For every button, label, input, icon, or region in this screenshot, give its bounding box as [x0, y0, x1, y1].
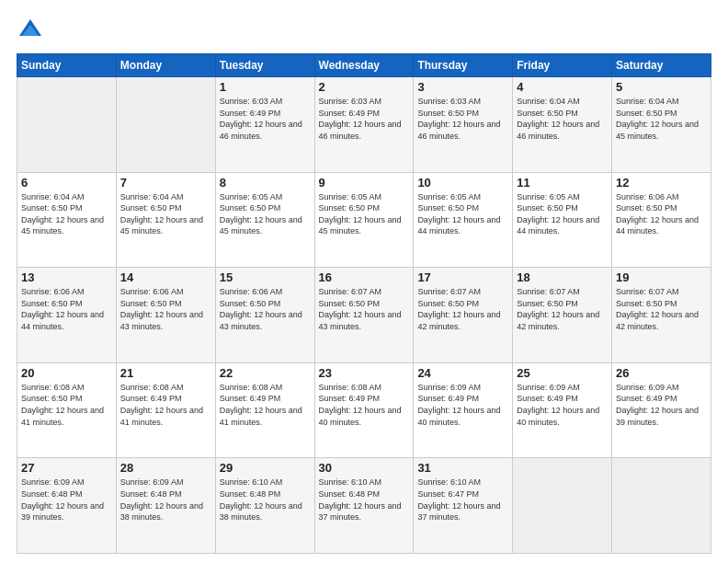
day-info: Sunrise: 6:10 AM Sunset: 6:48 PM Dayligh… — [220, 477, 311, 523]
calendar-cell: 9Sunrise: 6:05 AM Sunset: 6:50 PM Daylig… — [314, 172, 414, 268]
day-number: 11 — [517, 176, 608, 190]
day-info: Sunrise: 6:08 AM Sunset: 6:50 PM Dayligh… — [21, 382, 112, 428]
calendar-cell: 25Sunrise: 6:09 AM Sunset: 6:49 PM Dayli… — [513, 362, 612, 458]
weekday-header-monday: Monday — [116, 54, 215, 77]
calendar-cell: 26Sunrise: 6:09 AM Sunset: 6:49 PM Dayli… — [612, 362, 711, 458]
calendar-week-3: 13Sunrise: 6:06 AM Sunset: 6:50 PM Dayli… — [17, 268, 711, 363]
day-number: 30 — [319, 461, 410, 475]
day-info: Sunrise: 6:06 AM Sunset: 6:50 PM Dayligh… — [120, 286, 211, 332]
day-number: 31 — [417, 461, 508, 475]
calendar-cell — [612, 458, 711, 554]
day-info: Sunrise: 6:03 AM Sunset: 6:49 PM Dayligh… — [319, 96, 410, 142]
calendar-week-2: 6Sunrise: 6:04 AM Sunset: 6:50 PM Daylig… — [17, 172, 711, 268]
day-info: Sunrise: 6:09 AM Sunset: 6:49 PM Dayligh… — [417, 382, 508, 428]
calendar-cell: 11Sunrise: 6:05 AM Sunset: 6:50 PM Dayli… — [513, 172, 612, 268]
day-info: Sunrise: 6:08 AM Sunset: 6:49 PM Dayligh… — [220, 382, 311, 428]
day-number: 22 — [220, 366, 311, 380]
calendar-cell: 28Sunrise: 6:09 AM Sunset: 6:48 PM Dayli… — [116, 458, 215, 554]
calendar-cell: 29Sunrise: 6:10 AM Sunset: 6:48 PM Dayli… — [215, 458, 314, 554]
calendar-cell: 14Sunrise: 6:06 AM Sunset: 6:50 PM Dayli… — [116, 268, 215, 363]
calendar-cell: 13Sunrise: 6:06 AM Sunset: 6:50 PM Dayli… — [17, 268, 117, 363]
day-number: 14 — [120, 270, 211, 284]
calendar: SundayMondayTuesdayWednesdayThursdayFrid… — [17, 53, 711, 554]
calendar-cell: 12Sunrise: 6:06 AM Sunset: 6:50 PM Dayli… — [612, 172, 711, 268]
day-number: 19 — [616, 270, 707, 284]
day-info: Sunrise: 6:09 AM Sunset: 6:49 PM Dayligh… — [616, 382, 707, 428]
day-number: 13 — [21, 270, 112, 284]
calendar-cell: 7Sunrise: 6:04 AM Sunset: 6:50 PM Daylig… — [116, 172, 215, 268]
day-info: Sunrise: 6:07 AM Sunset: 6:50 PM Dayligh… — [417, 286, 508, 332]
day-number: 4 — [517, 80, 608, 94]
day-number: 7 — [120, 176, 211, 190]
day-info: Sunrise: 6:10 AM Sunset: 6:47 PM Dayligh… — [417, 477, 508, 523]
weekday-header-thursday: Thursday — [414, 54, 513, 77]
calendar-body: 1Sunrise: 6:03 AM Sunset: 6:49 PM Daylig… — [17, 77, 711, 554]
day-info: Sunrise: 6:07 AM Sunset: 6:50 PM Dayligh… — [517, 286, 608, 332]
day-number: 20 — [21, 366, 112, 380]
calendar-cell — [17, 77, 117, 173]
calendar-week-5: 27Sunrise: 6:09 AM Sunset: 6:48 PM Dayli… — [17, 458, 711, 554]
day-number: 16 — [319, 270, 410, 284]
day-info: Sunrise: 6:07 AM Sunset: 6:50 PM Dayligh… — [616, 286, 707, 332]
calendar-cell: 22Sunrise: 6:08 AM Sunset: 6:49 PM Dayli… — [215, 362, 314, 458]
weekday-header-sunday: Sunday — [17, 54, 117, 77]
calendar-cell: 23Sunrise: 6:08 AM Sunset: 6:49 PM Dayli… — [314, 362, 414, 458]
day-info: Sunrise: 6:05 AM Sunset: 6:50 PM Dayligh… — [517, 191, 608, 237]
day-info: Sunrise: 6:07 AM Sunset: 6:50 PM Dayligh… — [319, 286, 410, 332]
calendar-cell: 15Sunrise: 6:06 AM Sunset: 6:50 PM Dayli… — [215, 268, 314, 363]
day-number: 15 — [220, 270, 311, 284]
day-info: Sunrise: 6:10 AM Sunset: 6:48 PM Dayligh… — [319, 477, 410, 523]
page: SundayMondayTuesdayWednesdayThursdayFrid… — [0, 0, 728, 563]
day-info: Sunrise: 6:09 AM Sunset: 6:48 PM Dayligh… — [120, 477, 211, 523]
day-number: 25 — [517, 366, 608, 380]
calendar-cell — [116, 77, 215, 173]
day-info: Sunrise: 6:04 AM Sunset: 6:50 PM Dayligh… — [517, 96, 608, 142]
day-number: 10 — [417, 176, 508, 190]
calendar-cell: 20Sunrise: 6:08 AM Sunset: 6:50 PM Dayli… — [17, 362, 117, 458]
calendar-cell: 4Sunrise: 6:04 AM Sunset: 6:50 PM Daylig… — [513, 77, 612, 173]
day-info: Sunrise: 6:06 AM Sunset: 6:50 PM Dayligh… — [220, 286, 311, 332]
day-info: Sunrise: 6:08 AM Sunset: 6:49 PM Dayligh… — [319, 382, 410, 428]
calendar-cell: 8Sunrise: 6:05 AM Sunset: 6:50 PM Daylig… — [215, 172, 314, 268]
day-info: Sunrise: 6:04 AM Sunset: 6:50 PM Dayligh… — [21, 191, 112, 237]
day-info: Sunrise: 6:09 AM Sunset: 6:49 PM Dayligh… — [517, 382, 608, 428]
day-number: 17 — [417, 270, 508, 284]
day-number: 12 — [616, 176, 707, 190]
calendar-cell: 17Sunrise: 6:07 AM Sunset: 6:50 PM Dayli… — [414, 268, 513, 363]
logo-icon — [17, 17, 44, 44]
weekday-header-wednesday: Wednesday — [314, 54, 414, 77]
calendar-cell: 21Sunrise: 6:08 AM Sunset: 6:49 PM Dayli… — [116, 362, 215, 458]
day-number: 28 — [120, 461, 211, 475]
day-number: 9 — [319, 176, 410, 190]
calendar-cell: 16Sunrise: 6:07 AM Sunset: 6:50 PM Dayli… — [314, 268, 414, 363]
weekday-header-tuesday: Tuesday — [215, 54, 314, 77]
day-number: 3 — [417, 80, 508, 94]
day-number: 26 — [616, 366, 707, 380]
day-info: Sunrise: 6:09 AM Sunset: 6:48 PM Dayligh… — [21, 477, 112, 523]
calendar-cell: 6Sunrise: 6:04 AM Sunset: 6:50 PM Daylig… — [17, 172, 117, 268]
calendar-cell: 2Sunrise: 6:03 AM Sunset: 6:49 PM Daylig… — [314, 77, 414, 173]
weekday-row: SundayMondayTuesdayWednesdayThursdayFrid… — [17, 54, 711, 77]
weekday-header-friday: Friday — [513, 54, 612, 77]
day-number: 27 — [21, 461, 112, 475]
day-number: 1 — [220, 80, 311, 94]
day-number: 23 — [319, 366, 410, 380]
day-info: Sunrise: 6:03 AM Sunset: 6:49 PM Dayligh… — [220, 96, 311, 142]
calendar-cell: 18Sunrise: 6:07 AM Sunset: 6:50 PM Dayli… — [513, 268, 612, 363]
day-number: 5 — [616, 80, 707, 94]
day-number: 24 — [417, 366, 508, 380]
calendar-cell: 5Sunrise: 6:04 AM Sunset: 6:50 PM Daylig… — [612, 77, 711, 173]
header — [17, 17, 711, 44]
calendar-cell: 24Sunrise: 6:09 AM Sunset: 6:49 PM Dayli… — [414, 362, 513, 458]
calendar-cell: 31Sunrise: 6:10 AM Sunset: 6:47 PM Dayli… — [414, 458, 513, 554]
day-info: Sunrise: 6:04 AM Sunset: 6:50 PM Dayligh… — [616, 96, 707, 142]
day-number: 2 — [319, 80, 410, 94]
day-number: 18 — [517, 270, 608, 284]
calendar-cell: 19Sunrise: 6:07 AM Sunset: 6:50 PM Dayli… — [612, 268, 711, 363]
logo — [17, 17, 48, 44]
day-number: 8 — [220, 176, 311, 190]
weekday-header-saturday: Saturday — [612, 54, 711, 77]
day-info: Sunrise: 6:05 AM Sunset: 6:50 PM Dayligh… — [220, 191, 311, 237]
day-info: Sunrise: 6:05 AM Sunset: 6:50 PM Dayligh… — [417, 191, 508, 237]
calendar-cell: 27Sunrise: 6:09 AM Sunset: 6:48 PM Dayli… — [17, 458, 117, 554]
